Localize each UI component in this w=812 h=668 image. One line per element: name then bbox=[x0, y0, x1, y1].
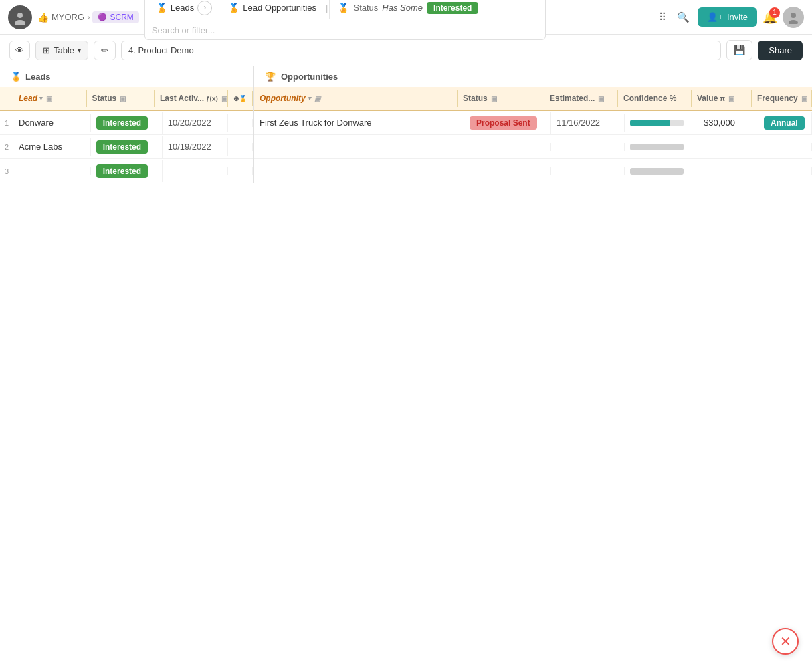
chevron-icon: › bbox=[87, 12, 90, 22]
table-view-button[interactable]: ⊞ Table ▾ bbox=[35, 41, 88, 60]
notifications-button[interactable]: 🔔 1 bbox=[763, 10, 777, 25]
leads-panel: 🏅 Leads Lead ▾ ▣ Status ▣ Last Activ... … bbox=[0, 66, 254, 183]
leads-icon: 🏅 bbox=[156, 3, 167, 13]
user-avatar-main[interactable] bbox=[8, 5, 32, 29]
status-icon: 🏅 bbox=[338, 3, 349, 13]
leads-section-title: 🏅 Leads bbox=[0, 66, 253, 87]
svg-point-2 bbox=[791, 13, 796, 18]
confidence-cell bbox=[625, 140, 698, 154]
lead-col-header[interactable]: Lead ▾ ▣ bbox=[13, 90, 87, 107]
scrm-icon: 🟣 bbox=[98, 13, 107, 21]
opportunity-col-header[interactable]: Opportunity ▾ ▣ bbox=[254, 90, 458, 107]
opp-status-filter-icon[interactable]: ▣ bbox=[491, 95, 497, 102]
table-dropdown-icon: ▾ bbox=[78, 47, 81, 54]
opp-sort-icon: ▾ bbox=[308, 95, 311, 102]
split-table: 🏅 Leads Lead ▾ ▣ Status ▣ Last Activ... … bbox=[0, 66, 812, 183]
table-row[interactable]: 1 Donware Interested 10/20/2022 bbox=[0, 111, 253, 135]
leads-arrow[interactable]: › bbox=[197, 1, 212, 15]
opps-col-headers: Opportunity ▾ ▣ Status ▣ Estimated... ▣ … bbox=[254, 87, 812, 111]
estimated-col-header[interactable]: Estimated... ▣ bbox=[544, 90, 618, 107]
table-row[interactable]: First Zeus Truck for Donware Proposal Se… bbox=[254, 111, 812, 135]
top-nav: 👍 MYORG › 🟣 SCRM 🏅 Leads › 🏅 Lead Opport… bbox=[0, 0, 812, 35]
table-row[interactable]: 2 Acme Labs Interested 10/19/2022 bbox=[0, 135, 253, 159]
lead-name-cell[interactable]: Donware bbox=[13, 114, 91, 132]
leads-label: Leads bbox=[171, 3, 194, 13]
confidence-placeholder bbox=[630, 144, 684, 150]
breadcrumb-leads[interactable]: 🏅 Leads › bbox=[148, 0, 220, 21]
scrm-badge[interactable]: 🟣 SCRM bbox=[92, 11, 138, 23]
confidence-bar bbox=[630, 120, 670, 126]
frequency-badge: Annual bbox=[764, 116, 805, 130]
lead-filter-icon[interactable]: ▣ bbox=[46, 95, 52, 102]
svg-point-1 bbox=[15, 20, 25, 25]
table-icon: ⊞ bbox=[43, 45, 50, 55]
frequency-cell: Annual bbox=[758, 112, 812, 134]
opp-filter-icon[interactable]: ▣ bbox=[314, 95, 320, 102]
edit-button[interactable]: ✏ bbox=[94, 41, 116, 60]
status-col-header[interactable]: Status ▣ bbox=[87, 90, 155, 107]
opportunity-cell[interactable] bbox=[254, 167, 464, 175]
opp-status-cell[interactable] bbox=[464, 167, 551, 175]
row-number: 3 bbox=[0, 167, 13, 175]
lead-name-cell[interactable] bbox=[13, 167, 91, 175]
opportunities-panel: 🏆 Opportunities Opportunity ▾ ▣ Status ▣… bbox=[254, 66, 812, 183]
value-filter-icon[interactable]: ▣ bbox=[728, 95, 734, 102]
frequency-col-label: Frequency bbox=[757, 94, 798, 103]
frequency-filter-icon[interactable]: ▣ bbox=[801, 95, 807, 102]
breadcrumb-lead-opps[interactable]: 🏅 Lead Opportunities bbox=[220, 0, 324, 19]
controls-icons: ⊕🏅 bbox=[233, 95, 247, 102]
save-button[interactable]: 💾 bbox=[726, 40, 752, 60]
opp-status-cell[interactable] bbox=[464, 143, 551, 151]
leads-section-icon: 🏅 bbox=[11, 72, 21, 82]
table-container: 🏅 Leads Lead ▾ ▣ Status ▣ Last Activ... … bbox=[0, 66, 812, 183]
stage-input[interactable] bbox=[121, 41, 721, 60]
lead-name-cell[interactable]: Acme Labs bbox=[13, 138, 91, 156]
status-filter-icon[interactable]: ▣ bbox=[120, 95, 126, 102]
app-name: SCRM bbox=[110, 13, 133, 22]
table-label: Table bbox=[54, 45, 74, 55]
activity-fn-icon: ƒ(x) bbox=[206, 95, 218, 102]
interested-filter-badge[interactable]: Interested bbox=[427, 2, 478, 14]
org-breadcrumb: 👍 MYORG › 🟣 SCRM bbox=[37, 11, 139, 23]
search-placeholder-text[interactable]: Search or filter... bbox=[152, 25, 215, 35]
estimated-cell bbox=[551, 143, 625, 151]
lead-status-cell[interactable]: Interested bbox=[91, 160, 163, 182]
activity-filter-icon[interactable]: ▣ bbox=[221, 95, 227, 102]
breadcrumb-search-bar[interactable]: 🏅 Leads › 🏅 Lead Opportunities | 🏅 Statu… bbox=[145, 0, 545, 21]
notif-count: 1 bbox=[769, 7, 780, 18]
estimated-cell bbox=[551, 167, 625, 175]
invite-button[interactable]: 👤+ Invite bbox=[698, 7, 757, 27]
estimated-filter-icon[interactable]: ▣ bbox=[598, 95, 604, 102]
status-pill: Interested bbox=[96, 164, 148, 178]
leads-col-headers: Lead ▾ ▣ Status ▣ Last Activ... ƒ(x) ▣ ⊕… bbox=[0, 87, 253, 111]
opp-status-cell[interactable]: Proposal Sent bbox=[464, 112, 551, 134]
breadcrumb-items: 🏅 Leads › 🏅 Lead Opportunities | 🏅 Statu… bbox=[148, 0, 542, 21]
invite-icon: 👤+ bbox=[707, 12, 723, 22]
lead-opps-icon: 🏅 bbox=[228, 3, 239, 13]
table-row[interactable] bbox=[254, 135, 812, 159]
grid-menu-button[interactable]: ⠿ bbox=[656, 9, 669, 26]
org-name[interactable]: MYORG bbox=[52, 12, 84, 22]
frequency-cell bbox=[758, 143, 812, 151]
lead-activity-cell bbox=[163, 167, 228, 175]
lead-status-cell[interactable]: Interested bbox=[91, 136, 163, 158]
share-button[interactable]: Share bbox=[758, 41, 803, 60]
opp-status-col-header[interactable]: Status ▣ bbox=[458, 90, 544, 107]
value-pi-icon: π bbox=[720, 95, 725, 102]
confidence-col-header[interactable]: Confidence % bbox=[618, 90, 692, 107]
lead-status-cell[interactable]: Interested bbox=[91, 112, 163, 134]
frequency-col-header[interactable]: Frequency ▣ bbox=[752, 90, 812, 107]
opportunity-cell[interactable] bbox=[254, 143, 464, 151]
table-row[interactable] bbox=[254, 159, 812, 183]
activity-col-header[interactable]: Last Activ... ƒ(x) ▣ bbox=[155, 90, 228, 107]
status-col-label: Status bbox=[92, 94, 117, 103]
opportunity-cell[interactable]: First Zeus Truck for Donware bbox=[254, 114, 464, 132]
value-col-header[interactable]: Value π ▣ bbox=[692, 90, 752, 107]
search-button[interactable]: 🔍 bbox=[674, 9, 692, 26]
table-row[interactable]: 3 Interested bbox=[0, 159, 253, 183]
user-menu-avatar[interactable] bbox=[783, 7, 804, 28]
svg-point-0 bbox=[17, 13, 23, 18]
eye-view-button[interactable]: 👁 bbox=[9, 41, 30, 60]
lead-controls-cell bbox=[228, 119, 253, 127]
status-pill: Interested bbox=[96, 140, 148, 154]
